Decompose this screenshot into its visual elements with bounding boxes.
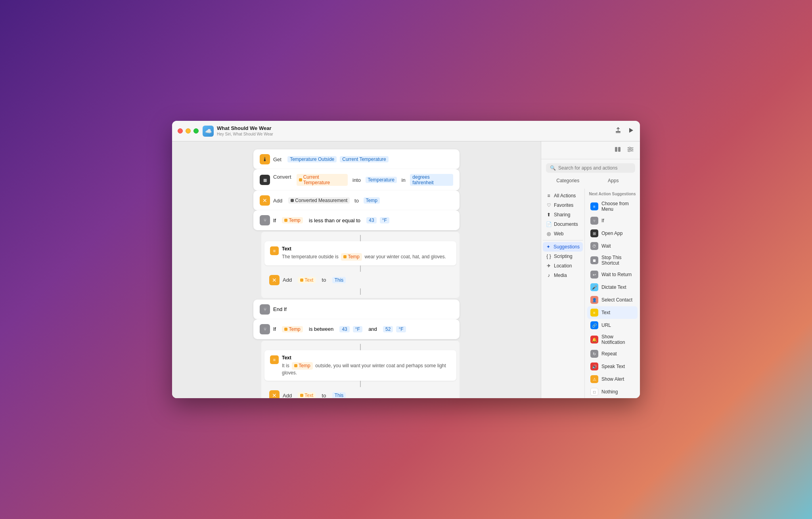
all-actions-icon: ≡ bbox=[546, 193, 552, 198]
get-action-block[interactable]: 🌡 Get Temperature Outside Current Temper… bbox=[253, 149, 460, 169]
sidebar-item-location[interactable]: ✈ Location bbox=[543, 261, 583, 271]
convert-action-icon: ▦ bbox=[260, 175, 270, 185]
connector bbox=[360, 265, 361, 272]
temperature-outside-token[interactable]: Temperature Outside bbox=[287, 156, 337, 162]
suggestions-panel: Next Action Suggestions ≡ Choose from Me… bbox=[585, 189, 640, 398]
suggestion-choose-from-menu[interactable]: ≡ Choose from Menu bbox=[587, 198, 638, 214]
tab-categories[interactable]: Categories bbox=[546, 176, 590, 185]
suggestion-show-alert[interactable]: ⚠ Show Alert bbox=[587, 373, 638, 385]
sharing-label: Sharing bbox=[554, 212, 570, 218]
convert-into: into bbox=[351, 177, 362, 183]
suggestion-repeat[interactable]: ↻ Repeat bbox=[587, 347, 638, 360]
current-temperature-token[interactable]: Current Temperature bbox=[340, 156, 389, 162]
sidebar-item-sharing[interactable]: ⬆ Sharing bbox=[543, 210, 583, 219]
export-button[interactable] bbox=[615, 127, 622, 135]
library-icon-button[interactable] bbox=[614, 145, 622, 155]
this-token-2[interactable]: This bbox=[332, 392, 346, 398]
speak-text-icon: 🔊 bbox=[590, 363, 598, 370]
temp-inline-token-1[interactable]: Temp bbox=[341, 253, 362, 261]
suggestions-icon: ✦ bbox=[546, 244, 551, 250]
add-text-label-2: Add bbox=[283, 393, 295, 398]
temp-inline-token-2[interactable]: Temp bbox=[292, 362, 312, 370]
converted-token[interactable]: Converted Measurement bbox=[288, 197, 350, 204]
if-footer-1[interactable]: ⑂ End If bbox=[253, 300, 460, 319]
wait-icon: ⏱ bbox=[590, 242, 598, 250]
suggestion-show-notification[interactable]: 🔔 Show Notification bbox=[587, 332, 638, 347]
search-bar[interactable]: 🔍 bbox=[546, 163, 635, 173]
text-block-title-2: Text bbox=[282, 355, 451, 361]
convert-label: Convert bbox=[273, 174, 293, 186]
temp-token[interactable]: Temp bbox=[364, 197, 380, 204]
documents-label: Documents bbox=[554, 221, 578, 227]
this-token-1[interactable]: This bbox=[332, 277, 346, 283]
add-text-label-1: Add bbox=[283, 277, 295, 283]
if-value-high[interactable]: 52 bbox=[383, 326, 393, 332]
favorites-icon: ♡ bbox=[546, 202, 552, 208]
suggestion-dictate-text[interactable]: 🎤 Dictate Text bbox=[587, 281, 638, 294]
add-action-block[interactable]: ✕ Add Converted Measurement to Temp bbox=[253, 191, 460, 210]
text-block-2[interactable]: ≡ Text It is Temp outside, you will want… bbox=[264, 350, 456, 381]
suggestion-speak-text[interactable]: 🔊 Speak Text bbox=[587, 360, 638, 373]
text-block-content-2: Text It is Temp outside, you will want y… bbox=[282, 355, 451, 376]
minimize-button[interactable] bbox=[186, 128, 191, 134]
convert-in: in bbox=[400, 177, 407, 183]
suggestion-url[interactable]: 🔗 URL bbox=[587, 319, 638, 332]
search-input[interactable] bbox=[558, 165, 631, 171]
suggestion-if[interactable]: ⑂ If bbox=[587, 214, 638, 227]
main-window: ☁️ What Should We Wear Hey Siri, What Sh… bbox=[172, 121, 640, 398]
text-block-content-1: Text The temperature outside is Temp wea… bbox=[282, 246, 446, 261]
suggestion-select-contact[interactable]: 👤 Select Contact bbox=[587, 294, 638, 306]
temperature-token[interactable]: Temperature bbox=[366, 177, 397, 183]
show-notification-icon: 🔔 bbox=[590, 336, 598, 343]
if-unit-low[interactable]: °F bbox=[353, 326, 362, 332]
svg-rect-1 bbox=[616, 132, 620, 133]
if-temp-token-1[interactable]: Temp bbox=[282, 217, 303, 223]
degrees-token[interactable]: degrees fahrenheit bbox=[410, 174, 453, 186]
sidebar-item-scripting[interactable]: { } Scripting bbox=[543, 252, 583, 261]
if-header-2[interactable]: ⑂ If Temp is between 43 °F and 52 °F bbox=[253, 319, 460, 339]
if-value-1[interactable]: 43 bbox=[366, 217, 376, 223]
add-text-block-1[interactable]: ✕ Add Text to This bbox=[264, 272, 456, 288]
sidebar-item-favorites[interactable]: ♡ Favorites bbox=[543, 200, 583, 210]
web-icon: ◎ bbox=[546, 231, 552, 237]
sidebar-item-all-actions[interactable]: ≡ All Actions bbox=[543, 191, 583, 200]
suggestion-wait[interactable]: ⏱ Wait bbox=[587, 240, 638, 252]
sidebar-item-media[interactable]: ♪ Media bbox=[543, 271, 583, 280]
if-temp-token-2[interactable]: Temp bbox=[282, 326, 303, 332]
if-value-low[interactable]: 43 bbox=[339, 326, 349, 332]
sidebar-item-web[interactable]: ◎ Web bbox=[543, 229, 583, 239]
tab-apps[interactable]: Apps bbox=[592, 176, 636, 185]
suggestion-nothing[interactable]: □ Nothing bbox=[587, 385, 638, 398]
connector bbox=[360, 235, 361, 241]
if-header-1[interactable]: ⑂ If Temp is less than or equal to 43 °F bbox=[253, 210, 460, 230]
svg-point-8 bbox=[629, 147, 630, 149]
text-block-1[interactable]: ≡ Text The temperature outside is Temp w… bbox=[264, 241, 456, 265]
svg-rect-3 bbox=[615, 147, 617, 152]
convert-action-block[interactable]: ▦ Convert Current Temperature into Tempe… bbox=[253, 169, 460, 191]
text-token-1[interactable]: Text bbox=[298, 277, 316, 283]
maximize-button[interactable] bbox=[193, 128, 199, 134]
suggestion-text[interactable]: ≡ Text bbox=[587, 306, 638, 319]
url-icon: 🔗 bbox=[590, 321, 598, 329]
text-token-2[interactable]: Text bbox=[298, 392, 316, 398]
run-button[interactable] bbox=[627, 127, 634, 135]
if-unit-high[interactable]: °F bbox=[396, 326, 406, 332]
url-label: URL bbox=[601, 322, 611, 328]
current-temp-token[interactable]: Current Temperature bbox=[297, 174, 348, 186]
if-body-2: ≡ Text It is Temp outside, you will want… bbox=[261, 341, 460, 398]
sidebar-item-suggestions[interactable]: ✦ Suggestions bbox=[543, 242, 583, 252]
main-canvas[interactable]: 🌡 Get Temperature Outside Current Temper… bbox=[172, 141, 541, 398]
dictate-text-icon: 🎤 bbox=[590, 283, 598, 291]
suggestion-open-app[interactable]: ⊞ Open App bbox=[587, 227, 638, 240]
sidebar-item-documents[interactable]: 📄 Documents bbox=[543, 219, 583, 229]
if-condition-text-1: is less than or equal to bbox=[306, 218, 364, 223]
if-unit-1[interactable]: °F bbox=[380, 217, 389, 223]
repeat-icon: ↻ bbox=[590, 350, 598, 358]
settings-icon-button[interactable] bbox=[626, 145, 634, 155]
close-button[interactable] bbox=[178, 128, 183, 134]
suggestion-stop-shortcut[interactable]: ⏹ Stop This Shortcut bbox=[587, 252, 638, 268]
if-condition-text-2: is between bbox=[306, 326, 337, 332]
add-to-label-2: to bbox=[319, 393, 329, 398]
suggestion-wait-to-return[interactable]: ↩ Wait to Return bbox=[587, 268, 638, 281]
add-text-block-2[interactable]: ✕ Add Text to This bbox=[264, 387, 456, 398]
